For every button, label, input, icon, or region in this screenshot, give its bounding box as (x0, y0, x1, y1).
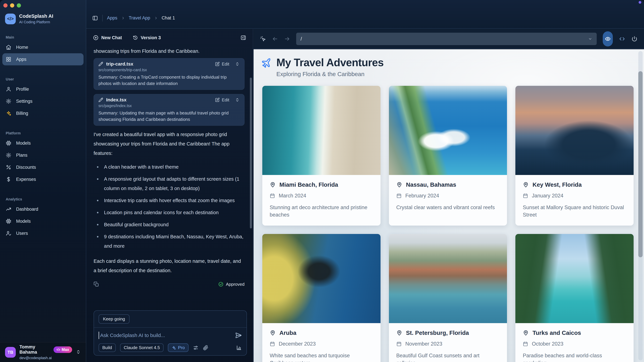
trip-location: Nassau, Bahamas (406, 181, 456, 188)
chevrons-up-down-icon[interactable] (235, 97, 240, 102)
chevrons-up-down-icon[interactable] (76, 350, 81, 355)
trip-date: January 2024 (532, 193, 563, 199)
paperclip-icon[interactable] (203, 345, 209, 351)
nav-section-platform: Platform (0, 131, 86, 135)
model-chip[interactable]: Claude Sonnet 4.5 (120, 344, 164, 352)
trip-card-turks-caicos[interactable]: Turks and Caicos October 2023 Paradise b… (515, 234, 634, 362)
breadcrumb-apps[interactable]: Apps (107, 15, 118, 21)
sidebar: </> CodeSplash AI AI Coding Platform Mai… (0, 0, 86, 362)
sidebar-item-label: Apps (16, 57, 26, 62)
prompt-placeholder: Ask CodeSplash AI to build... (100, 333, 235, 338)
app-subtitle: Exploring Florida & the Caribbean (276, 71, 384, 77)
sliders-icon[interactable] (193, 345, 198, 351)
breadcrumb-travel-app[interactable]: Travel App (129, 15, 150, 21)
panel-expand-icon[interactable] (240, 35, 246, 40)
code-view-icon[interactable] (619, 36, 625, 42)
sidebar-item-users[interactable]: Users (2, 227, 84, 239)
chat-scrollbar[interactable] (250, 78, 252, 228)
trip-description: Sunset at Mallory Square and historic Du… (523, 204, 626, 219)
chat-header: New Chat Version 3 (86, 29, 253, 46)
plane-icon (260, 57, 272, 70)
url-value: / (300, 36, 588, 42)
crown-icon (56, 348, 60, 352)
brand-name: CodeSplash AI (19, 13, 53, 19)
sidebar-item-label: Settings (16, 99, 32, 104)
minimize-window-button[interactable] (10, 3, 14, 7)
user-account-row[interactable]: TB Tommy Bahama Max dev@codesplash.ai (0, 342, 86, 362)
brand: </> CodeSplash AI AI Coding Platform (5, 13, 53, 24)
forward-arrow-icon[interactable] (284, 36, 290, 42)
copy-icon[interactable] (94, 282, 99, 287)
trip-card-miami[interactable]: Miami Beach, Florida March 2024 Stunning… (262, 86, 380, 226)
sidebar-item-discounts[interactable]: Discounts (2, 161, 84, 173)
back-arrow-icon[interactable] (272, 36, 278, 42)
sidebar-item-dashboard[interactable]: Dashboard (2, 203, 84, 215)
map-pin-icon (523, 182, 529, 188)
grid-icon (6, 56, 12, 62)
power-icon[interactable] (631, 36, 638, 42)
suggestion-chip[interactable]: Keep going (98, 314, 130, 324)
prompt-input[interactable]: Ask CodeSplash AI to build... (98, 332, 242, 339)
calendar-icon (396, 193, 402, 198)
trip-card-nassau[interactable]: Nassau, Bahamas February 2024 Crystal cl… (389, 86, 507, 226)
url-input[interactable]: / (296, 33, 597, 45)
close-window-button[interactable] (3, 3, 8, 7)
calendar-icon (270, 341, 275, 347)
chevron-down-icon[interactable] (588, 37, 592, 41)
file-card-index[interactable]: Index.tsx Edit src/pages/Index.tsx Summa… (94, 94, 244, 126)
dollar-icon (6, 176, 12, 182)
sidebar-item-apps[interactable]: Apps (2, 53, 84, 65)
trip-description: Stunning art deco architecture and prist… (270, 204, 373, 219)
mode-chip[interactable]: Build (98, 344, 116, 352)
sidebar-item-expenses[interactable]: Expenses (2, 173, 84, 185)
sidebar-item-plans[interactable]: Plans (2, 149, 84, 161)
feature-item: A responsive grid layout that adapts to … (94, 174, 244, 193)
trip-card-key-west[interactable]: Key West, Florida January 2024 Sunset at… (515, 86, 634, 226)
chevrons-up-down-icon[interactable] (235, 62, 240, 66)
new-chat-button[interactable]: New Chat (93, 35, 122, 40)
cpu-icon (6, 218, 12, 224)
preview-viewport: My Travel Adventures Exploring Florida &… (254, 49, 644, 362)
file-card-trip-card[interactable]: trip-card.tsx Edit src/components/trip-c… (94, 58, 244, 90)
preview-scrollbar[interactable] (638, 71, 643, 257)
gear-icon (6, 98, 12, 104)
plan-badge: Max (54, 347, 72, 353)
pointer-click-icon[interactable] (260, 36, 266, 42)
pencil-icon (98, 62, 103, 66)
assistant-message-partial: showcasing trips from Florida and the Ca… (94, 48, 244, 54)
sidebar-item-settings[interactable]: Settings (2, 95, 84, 107)
trip-card-aruba[interactable]: Aruba December 2023 White sand beaches a… (262, 234, 380, 362)
nav-section-user: User (0, 77, 86, 81)
plan-chip[interactable]: Pro (168, 344, 188, 352)
zoom-window-button[interactable] (17, 3, 21, 7)
trip-description: Paradise beaches and world-class snorkel… (523, 352, 626, 362)
sidebar-item-home[interactable]: Home (2, 41, 84, 53)
trip-card-st-petersburg[interactable]: St. Petersburg, Florida November 2023 Be… (389, 234, 507, 362)
eye-icon (605, 36, 611, 42)
send-icon[interactable] (235, 332, 242, 339)
edit-file-button[interactable]: Edit (215, 97, 229, 103)
sidebar-item-models[interactable]: Models (2, 137, 84, 149)
sparkles-icon (6, 110, 12, 116)
trip-location: Aruba (280, 330, 296, 336)
user-email: dev@codesplash.ai (20, 356, 72, 360)
feature-item: Location pins and calendar icons for eac… (94, 208, 244, 217)
file-path: src/components/trip-card.tsx (98, 68, 240, 72)
assistant-closing: Each card displays a stunning photo, loc… (94, 256, 244, 275)
panel-left-toggle-icon[interactable] (92, 15, 98, 21)
assistant-paragraph: I've created a beautiful travel app with… (94, 130, 244, 158)
sidebar-item-models-analytics[interactable]: Models (2, 215, 84, 227)
trending-up-icon (6, 206, 12, 212)
composer: Keep going Ask CodeSplash AI to build...… (94, 310, 247, 356)
preview-eye-button[interactable] (603, 31, 613, 46)
trip-description: Beautiful Gulf Coast sunsets and art gal… (396, 352, 500, 362)
sidebar-item-label: Discounts (16, 165, 36, 170)
sidebar-item-profile[interactable]: Profile (2, 83, 84, 95)
sidebar-nav: Main Home Apps User Profile Settings Bil… (0, 33, 86, 239)
usage-chart-icon[interactable] (236, 345, 242, 351)
version-button[interactable]: Version 3 (133, 35, 161, 40)
edit-file-button[interactable]: Edit (215, 61, 229, 67)
trip-location: St. Petersburg, Florida (406, 330, 469, 336)
sidebar-item-billing[interactable]: Billing (2, 107, 84, 119)
trip-description: Crystal clear waters and vibrant coral r… (396, 204, 500, 211)
